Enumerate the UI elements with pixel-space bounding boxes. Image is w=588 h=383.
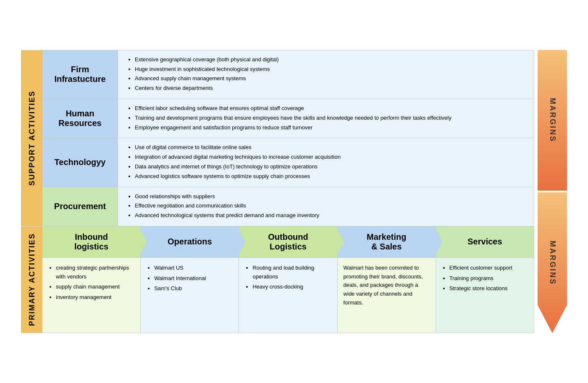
- procurement-content: Good relationships with suppliers Effect…: [118, 187, 534, 226]
- list-item: creating strategic partnerships with ven…: [56, 264, 134, 281]
- list-item: Routing and load building operations: [252, 264, 331, 281]
- list-item: supply chain management: [56, 283, 134, 291]
- margins-top: MARGINS: [538, 50, 567, 191]
- primary-body: creating strategic partnerships with ven…: [42, 257, 534, 333]
- inbound-header: Inboundlogistics: [42, 226, 141, 257]
- list-item: Walmart International: [154, 274, 233, 283]
- margins-column: MARGINS MARGINS: [538, 50, 567, 333]
- list-item: Efficient customer support: [449, 264, 528, 273]
- list-item: Walmart US: [154, 264, 233, 273]
- operations-header: Operations: [141, 226, 239, 257]
- tech-content: Use of digital commerce to facilitate on…: [118, 138, 534, 186]
- list-item: Extensive geographical coverage (both ph…: [135, 55, 525, 64]
- list-item: Efficient labor scheduling software that…: [135, 104, 525, 113]
- support-row-procurement: Procurement Good relationships with supp…: [42, 187, 534, 226]
- primary-headers: Inboundlogistics Operations OutboundLogi…: [42, 226, 534, 257]
- margins-bottom: MARGINS: [538, 192, 567, 333]
- margins-bottom-label: MARGINS: [548, 241, 557, 285]
- services-body: Efficient customer support Training prog…: [436, 258, 534, 333]
- list-item: Good relationships with suppliers: [135, 192, 525, 201]
- list-item: Employee engagement and satisfaction pro…: [135, 123, 525, 132]
- outbound-body: Routing and load building operations Hea…: [239, 258, 337, 333]
- services-header: Services: [436, 226, 534, 257]
- procurement-label: Procurement: [42, 187, 118, 226]
- list-item: Advanced logistics software systems to o…: [135, 172, 525, 181]
- list-item: Centers for diverse departments: [135, 84, 525, 93]
- support-row-tech: Technologyy Use of digital commerce to f…: [42, 138, 534, 187]
- support-row-firm: FirmInfrastucture Extensive geographical…: [42, 50, 534, 99]
- primary-content: Inboundlogistics Operations OutboundLogi…: [42, 226, 534, 333]
- tech-label: Technologyy: [42, 138, 118, 186]
- support-activities-label: SUPPORT ACTIVITIES: [21, 50, 42, 226]
- human-label: HumanResources: [42, 99, 118, 138]
- list-item: Use of digital commerce to facilitate on…: [135, 143, 525, 152]
- operations-body: Walmart US Walmart International Sam's C…: [141, 258, 239, 333]
- primary-section: PRIMARY ACTIVITIES Inboundlogistics Oper…: [21, 226, 534, 333]
- list-item: Effective negotiation and communication …: [135, 202, 525, 210]
- primary-activities-label: PRIMARY ACTIVITIES: [21, 226, 42, 333]
- marketing-text: Walmart has been commited to promoting t…: [344, 265, 423, 306]
- marketing-header: Marketing& Sales: [338, 226, 436, 257]
- support-rows: FirmInfrastucture Extensive geographical…: [42, 50, 534, 226]
- firm-label: FirmInfrastucture: [42, 50, 118, 99]
- list-item: Sam's Club: [154, 284, 233, 293]
- list-item: Advanced technological systems that pred…: [135, 211, 525, 220]
- outbound-header: OutboundLogistics: [239, 226, 337, 257]
- list-item: Integration of advanced digital marketin…: [135, 153, 525, 162]
- list-item: Strategic store locations: [449, 284, 528, 293]
- marketing-body: Walmart has been commited to promoting t…: [338, 258, 436, 333]
- list-item: Huge investment in sophisticated technol…: [135, 65, 525, 74]
- support-row-human: HumanResources Efficient labor schedulin…: [42, 99, 534, 138]
- list-item: Advanced supply chain management systems: [135, 74, 525, 83]
- human-content: Efficient labor scheduling software that…: [118, 99, 534, 138]
- firm-content: Extensive geographical coverage (both ph…: [118, 50, 534, 99]
- inbound-body: creating strategic partnerships with ven…: [42, 258, 141, 333]
- list-item: Training programs: [449, 274, 528, 283]
- margins-top-label: MARGINS: [548, 98, 557, 142]
- list-item: Training and development programs that e…: [135, 114, 525, 123]
- list-item: Data analytics and internet of things (I…: [135, 163, 525, 171]
- list-item: Heavy cross-docking: [252, 283, 331, 291]
- list-item: inventory management: [56, 293, 134, 302]
- support-section: SUPPORT ACTIVITIES FirmInfrastucture Ext…: [21, 50, 534, 226]
